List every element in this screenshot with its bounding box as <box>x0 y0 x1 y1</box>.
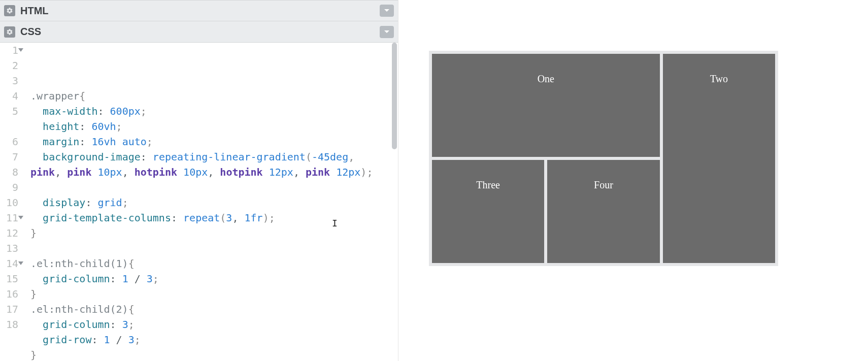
line-gutter: 123456789101112131415161718 <box>0 43 21 361</box>
html-panel-title: HTML <box>20 5 49 17</box>
code-area[interactable]: I .wrapper{ max-width: 600px; height: 60… <box>21 43 398 361</box>
css-panel-header: CSS <box>0 21 398 43</box>
gear-icon[interactable] <box>4 26 15 38</box>
grid-cell-four: Four <box>547 160 659 263</box>
grid-wrapper: One Two Three Four <box>429 51 778 266</box>
css-editor[interactable]: 123456789101112131415161718 I .wrapper{ … <box>0 43 398 361</box>
preview-pane: One Two Three Four <box>398 0 868 361</box>
grid-cell-two: Two <box>663 54 775 263</box>
app-root: HTML CSS 123456789101112131415161718 I .… <box>0 0 868 361</box>
css-panel-title: CSS <box>20 26 41 38</box>
grid-cell-one: One <box>432 54 660 157</box>
gear-icon[interactable] <box>4 5 15 16</box>
chevron-down-icon[interactable] <box>380 26 394 38</box>
html-panel-header: HTML <box>0 0 398 21</box>
chevron-down-icon[interactable] <box>380 5 394 17</box>
editors-column: HTML CSS 123456789101112131415161718 I .… <box>0 0 398 361</box>
grid-cell-three: Three <box>432 160 544 263</box>
